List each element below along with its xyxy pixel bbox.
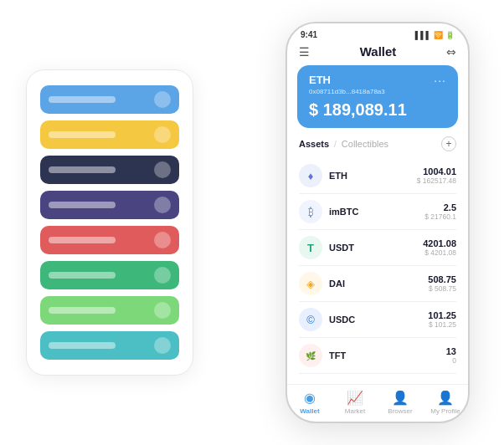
- card-icon: [154, 161, 171, 178]
- tft-icon: 🌿: [299, 344, 322, 367]
- bottom-nav: ◉ Wallet 📈 Market 👤 Browser 👤 My Profile: [287, 384, 468, 422]
- nav-browser-label: Browser: [388, 407, 412, 415]
- asset-name: USDC: [329, 315, 428, 325]
- list-item[interactable]: [40, 85, 179, 114]
- nav-wallet[interactable]: ◉ Wallet: [287, 390, 332, 415]
- usdt-icon: T: [299, 236, 322, 259]
- status-bar: 9:41 ▌▌▌ 🛜 🔋: [287, 23, 468, 43]
- wallet-nav-icon: ◉: [304, 390, 316, 406]
- wifi-icon: 🛜: [434, 31, 443, 39]
- asset-row-imbtc[interactable]: ₿ imBTC 2.5 $ 21760.1: [299, 194, 456, 230]
- asset-row-tft[interactable]: 🌿 TFT 13 0: [299, 338, 456, 374]
- scene: 9:41 ▌▌▌ 🛜 🔋 ☰ Wallet ⇔ ··· ETH 0x08711d…: [18, 13, 486, 432]
- battery-icon: 🔋: [445, 31, 455, 39]
- asset-name: imBTC: [329, 207, 424, 217]
- asset-values: 13 0: [446, 346, 456, 365]
- expand-icon[interactable]: ⇔: [446, 45, 456, 59]
- list-item[interactable]: [40, 191, 179, 219]
- more-options-icon[interactable]: ···: [434, 74, 446, 87]
- asset-amount: 101.25: [428, 310, 456, 320]
- list-item[interactable]: [40, 261, 179, 289]
- asset-values: 101.25 $ 101.25: [428, 310, 456, 329]
- nav-wallet-label: Wallet: [300, 407, 319, 415]
- asset-usd: $ 21760.1: [424, 212, 456, 221]
- card-text: [49, 272, 116, 279]
- card-text: [49, 166, 116, 173]
- card-icon: [154, 197, 171, 213]
- card-text: [49, 237, 116, 243]
- eth-card-title: ETH: [309, 74, 446, 86]
- status-time: 9:41: [301, 30, 317, 39]
- asset-name: DAI: [329, 279, 428, 289]
- browser-nav-icon: 👤: [392, 390, 409, 406]
- nav-market-label: Market: [345, 407, 365, 415]
- asset-name: ETH: [329, 171, 417, 181]
- eth-wallet-card[interactable]: ··· ETH 0x08711d3b...8418a78a3 $ 189,089…: [297, 65, 458, 128]
- asset-name: USDT: [329, 243, 423, 253]
- add-asset-button[interactable]: +: [441, 136, 456, 151]
- list-item[interactable]: [40, 296, 179, 325]
- signal-icon: ▌▌▌: [415, 31, 431, 39]
- asset-list: ♦ ETH 1004.01 $ 162517.48 ₿ imBTC 2.5 $ …: [287, 158, 468, 384]
- status-icons: ▌▌▌ 🛜 🔋: [415, 31, 455, 39]
- asset-row-dai[interactable]: ◈ DAI 508.75 $ 508.75: [299, 266, 456, 302]
- list-item[interactable]: [40, 156, 179, 184]
- nav-profile[interactable]: 👤 My Profile: [423, 390, 468, 415]
- card-text: [49, 307, 116, 314]
- assets-tabs: Assets / Collectibles: [299, 139, 388, 149]
- profile-nav-icon: 👤: [437, 390, 454, 406]
- asset-usd: 0: [446, 356, 456, 365]
- eth-icon: ♦: [299, 164, 322, 187]
- asset-usd: $ 162517.48: [417, 176, 456, 185]
- assets-header: Assets / Collectibles +: [287, 136, 468, 158]
- page-title: Wallet: [360, 44, 397, 59]
- card-icon: [154, 337, 171, 354]
- card-icon: [154, 232, 171, 248]
- asset-row-usdc[interactable]: © USDC 101.25 $ 101.25: [299, 302, 456, 338]
- asset-amount: 4201.08: [423, 238, 456, 248]
- card-icon: [154, 126, 171, 143]
- nav-browser[interactable]: 👤 Browser: [378, 390, 423, 415]
- nav-profile-label: My Profile: [430, 407, 460, 415]
- card-text: [49, 202, 116, 208]
- asset-usd: $ 4201.08: [423, 248, 456, 257]
- asset-amount: 1004.01: [417, 166, 456, 176]
- eth-card-balance: $ 189,089.11: [309, 100, 446, 120]
- asset-usd: $ 508.75: [428, 284, 456, 293]
- card-icon: [154, 267, 171, 284]
- asset-amount: 2.5: [424, 202, 456, 212]
- imbtc-icon: ₿: [299, 200, 322, 223]
- asset-values: 2.5 $ 21760.1: [424, 202, 456, 221]
- dai-icon: ◈: [299, 272, 322, 295]
- card-text: [49, 131, 116, 138]
- nav-market[interactable]: 📈 Market: [332, 390, 378, 415]
- asset-amount: 508.75: [428, 274, 456, 284]
- asset-values: 1004.01 $ 162517.48: [417, 166, 456, 185]
- asset-values: 508.75 $ 508.75: [428, 274, 456, 293]
- asset-amount: 13: [446, 346, 456, 356]
- asset-usd: $ 101.25: [428, 320, 456, 329]
- market-nav-icon: 📈: [347, 390, 363, 406]
- phone-header: ☰ Wallet ⇔: [287, 43, 468, 65]
- card-stack: [26, 69, 193, 376]
- asset-row-usdt[interactable]: T USDT 4201.08 $ 4201.08: [299, 230, 456, 266]
- card-icon: [154, 302, 171, 319]
- card-text: [49, 96, 116, 103]
- list-item[interactable]: [40, 226, 179, 254]
- list-item[interactable]: [40, 331, 179, 360]
- menu-icon[interactable]: ☰: [299, 45, 310, 59]
- asset-name: TFT: [329, 350, 446, 361]
- list-item[interactable]: [40, 120, 179, 149]
- tab-collectibles[interactable]: Collectibles: [342, 139, 388, 149]
- eth-card-address: 0x08711d3b...8418a78a3: [309, 88, 446, 95]
- asset-values: 4201.08 $ 4201.08: [423, 238, 456, 257]
- tab-assets[interactable]: Assets: [299, 139, 329, 149]
- card-icon: [154, 91, 171, 108]
- asset-row-eth[interactable]: ♦ ETH 1004.01 $ 162517.48: [299, 158, 456, 194]
- tab-separator: /: [334, 140, 337, 149]
- usdc-icon: ©: [299, 308, 322, 331]
- card-text: [49, 342, 116, 349]
- phone-frame: 9:41 ▌▌▌ 🛜 🔋 ☰ Wallet ⇔ ··· ETH 0x08711d…: [285, 22, 470, 423]
